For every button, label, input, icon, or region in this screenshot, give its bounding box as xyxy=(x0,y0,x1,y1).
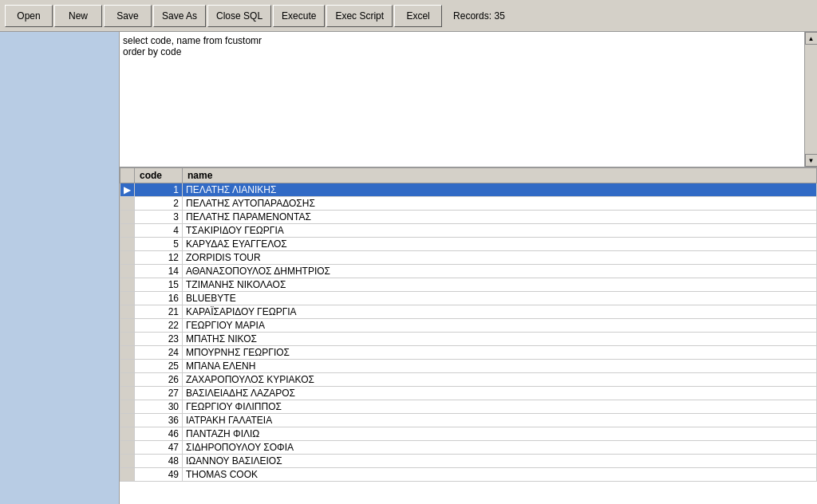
cell-code: 48 xyxy=(135,455,183,468)
cell-name: ΠΕΛΑΤΗΣ ΛΙΑΝΙΚΗΣ xyxy=(183,183,817,197)
table-row[interactable]: 47ΣΙΔΗΡΟΠΟΥΛΟΥ ΣΟΦΙΑ xyxy=(120,441,817,455)
cell-code: 27 xyxy=(135,387,183,400)
row-indicator xyxy=(120,305,135,319)
toolbar: Open New Save Save As Close SQL Execute … xyxy=(0,0,817,32)
table-row[interactable]: 16BLUEBYTE xyxy=(120,292,817,305)
row-indicator xyxy=(120,414,135,427)
table-row[interactable]: 14ΑΘΑΝΑΣΟΠΟΥΛΟΣ ΔΗΜΗΤΡΙΟΣ xyxy=(120,265,817,278)
right-panel: ▲ ▼ code name ▶1ΠΕΛΑΤΗΣ ΛΙΑΝΙΚΗΣ2ΠΕΛΑΤ xyxy=(120,32,817,504)
left-panel xyxy=(0,32,120,504)
table-row[interactable]: 49THOMAS COOK xyxy=(120,468,817,482)
table-row[interactable]: ▶1ΠΕΛΑΤΗΣ ΛΙΑΝΙΚΗΣ xyxy=(120,183,817,197)
cell-code: 14 xyxy=(135,265,183,278)
row-indicator: ▶ xyxy=(120,183,135,197)
cell-name: ZORPIDIS TOUR xyxy=(183,251,817,265)
table-row[interactable]: 4ΤΣΑΚΙΡΙΔΟΥ ΓΕΩΡΓΙΑ xyxy=(120,224,817,238)
row-indicator xyxy=(120,468,135,482)
save-button[interactable]: Save xyxy=(104,5,152,27)
row-indicator xyxy=(120,238,135,251)
cell-name: ΑΘΑΝΑΣΟΠΟΥΛΟΣ ΔΗΜΗΤΡΙΟΣ xyxy=(183,265,817,278)
cell-code: 49 xyxy=(135,468,183,482)
cell-name: ΙΑΤΡΑΚΗ ΓΑΛΑΤΕΙΑ xyxy=(183,414,817,427)
row-indicator xyxy=(120,333,135,346)
cell-code: 16 xyxy=(135,292,183,305)
grid-scroll-wrapper[interactable]: code name ▶1ΠΕΛΑΤΗΣ ΛΙΑΝΙΚΗΣ2ΠΕΛΑΤΗΣ ΑΥΤ… xyxy=(120,167,817,504)
cell-code: 15 xyxy=(135,278,183,292)
table-row[interactable]: 15ΤΖΙΜΑΝΗΣ ΝΙΚΟΛΑΟΣ xyxy=(120,278,817,292)
cell-code: 22 xyxy=(135,319,183,333)
new-button[interactable]: New xyxy=(54,5,102,27)
row-indicator xyxy=(120,292,135,305)
cell-name: ΜΠΟΥΡΝΗΣ ΓΕΩΡΓΙΟΣ xyxy=(183,346,817,360)
cell-name: ΖΑΧΑΡΟΠΟΥΛΟΣ ΚΥΡΙΑΚΟΣ xyxy=(183,373,817,387)
cell-name: ΓΕΩΡΓΙΟΥ ΦΙΛΙΠΠΟΣ xyxy=(183,400,817,414)
table-row[interactable]: 5ΚΑΡΥΔΑΣ ΕΥΑΓΓΕΛΟΣ xyxy=(120,238,817,251)
close-sql-button[interactable]: Close SQL xyxy=(207,5,271,27)
cell-code: 47 xyxy=(135,441,183,455)
column-header-code: code xyxy=(135,168,183,183)
table-row[interactable]: 3ΠΕΛΑΤΗΣ ΠΑΡΑΜΕΝΟΝΤΑΣ xyxy=(120,211,817,224)
row-indicator xyxy=(120,427,135,441)
row-indicator xyxy=(120,278,135,292)
table-row[interactable]: 24ΜΠΟΥΡΝΗΣ ΓΕΩΡΓΙΟΣ xyxy=(120,346,817,360)
row-indicator xyxy=(120,387,135,400)
cell-name: ΣΙΔΗΡΟΠΟΥΛΟΥ ΣΟΦΙΑ xyxy=(183,441,817,455)
exec-script-button[interactable]: Exec Script xyxy=(326,5,393,27)
table-row[interactable]: 25ΜΠΑΝΑ ΕΛΕΝΗ xyxy=(120,360,817,373)
table-row[interactable]: 36ΙΑΤΡΑΚΗ ΓΑΛΑΤΕΙΑ xyxy=(120,414,817,427)
row-indicator xyxy=(120,251,135,265)
cell-name: ΚΑΡΑΪΣΑΡΙΔΟΥ ΓΕΩΡΓΙΑ xyxy=(183,305,817,319)
row-indicator xyxy=(120,441,135,455)
cell-name: ΠΕΛΑΤΗΣ ΠΑΡΑΜΕΝΟΝΤΑΣ xyxy=(183,211,817,224)
cell-code: 3 xyxy=(135,211,183,224)
grid-body: ▶1ΠΕΛΑΤΗΣ ΛΙΑΝΙΚΗΣ2ΠΕΛΑΤΗΣ ΑΥΤΟΠΑΡΑΔΟΣΗΣ… xyxy=(120,183,817,482)
row-indicator xyxy=(120,211,135,224)
row-indicator xyxy=(120,319,135,333)
data-grid-container: code name ▶1ΠΕΛΑΤΗΣ ΛΙΑΝΙΚΗΣ2ΠΕΛΑΤΗΣ ΑΥΤ… xyxy=(120,167,817,504)
cell-code: 24 xyxy=(135,346,183,360)
table-row[interactable]: 23ΜΠΑΤΗΣ ΝΙΚΟΣ xyxy=(120,333,817,346)
table-row[interactable]: 21ΚΑΡΑΪΣΑΡΙΔΟΥ ΓΕΩΡΓΙΑ xyxy=(120,305,817,319)
table-row[interactable]: 12ZORPIDIS TOUR xyxy=(120,251,817,265)
cell-name: ΒΑΣΙΛΕΙΑΔΗΣ ΛΑΖΑΡΟΣ xyxy=(183,387,817,400)
excel-button[interactable]: Excel xyxy=(394,5,442,27)
row-indicator xyxy=(120,224,135,238)
table-row[interactable]: 30ΓΕΩΡΓΙΟΥ ΦΙΛΙΠΠΟΣ xyxy=(120,400,817,414)
execute-button[interactable]: Execute xyxy=(273,5,325,27)
scroll-up-arrow[interactable]: ▲ xyxy=(805,32,818,45)
column-header-name: name xyxy=(183,168,817,183)
table-row[interactable]: 46ΠΑΝΤΑΖΗ ΦΙΛΙΩ xyxy=(120,427,817,441)
row-indicator xyxy=(120,360,135,373)
cell-name: ΜΠΑΤΗΣ ΝΙΚΟΣ xyxy=(183,333,817,346)
table-row[interactable]: 27ΒΑΣΙΛΕΙΑΔΗΣ ΛΑΖΑΡΟΣ xyxy=(120,387,817,400)
cell-code: 4 xyxy=(135,224,183,238)
row-indicator xyxy=(120,197,135,211)
cell-code: 23 xyxy=(135,333,183,346)
cell-name: ΠΑΝΤΑΖΗ ΦΙΛΙΩ xyxy=(183,427,817,441)
row-indicator xyxy=(120,346,135,360)
cell-name: ΤΣΑΚΙΡΙΔΟΥ ΓΕΩΡΓΙΑ xyxy=(183,224,817,238)
row-indicator xyxy=(120,373,135,387)
open-button[interactable]: Open xyxy=(5,5,53,27)
row-indicator xyxy=(120,400,135,414)
row-indicator xyxy=(120,265,135,278)
records-count: Records: 35 xyxy=(453,10,505,22)
table-row[interactable]: 22ΓΕΩΡΓΙΟΥ ΜΑΡΙΑ xyxy=(120,319,817,333)
cell-code: 46 xyxy=(135,427,183,441)
main-content: ▲ ▼ code name ▶1ΠΕΛΑΤΗΣ ΛΙΑΝΙΚΗΣ2ΠΕΛΑΤ xyxy=(0,32,817,504)
cell-code: 21 xyxy=(135,305,183,319)
cell-code: 12 xyxy=(135,251,183,265)
table-row[interactable]: 2ΠΕΛΑΤΗΣ ΑΥΤΟΠΑΡΑΔΟΣΗΣ xyxy=(120,197,817,211)
sql-scrollbar-vertical: ▲ ▼ xyxy=(804,32,817,167)
cell-code: 36 xyxy=(135,414,183,427)
row-indicator xyxy=(120,455,135,468)
save-as-button[interactable]: Save As xyxy=(153,5,206,27)
cell-name: THOMAS COOK xyxy=(183,468,817,482)
scroll-down-arrow[interactable]: ▼ xyxy=(805,154,818,167)
cell-name: ΓΕΩΡΓΙΟΥ ΜΑΡΙΑ xyxy=(183,319,817,333)
cell-code: 2 xyxy=(135,197,183,211)
sql-editor[interactable] xyxy=(120,32,817,167)
table-row[interactable]: 48ΙΩΑΝΝΟΥ ΒΑΣΙΛΕΙΟΣ xyxy=(120,455,817,468)
cell-name: ΜΠΑΝΑ ΕΛΕΝΗ xyxy=(183,360,817,373)
table-row[interactable]: 26ΖΑΧΑΡΟΠΟΥΛΟΣ ΚΥΡΙΑΚΟΣ xyxy=(120,373,817,387)
